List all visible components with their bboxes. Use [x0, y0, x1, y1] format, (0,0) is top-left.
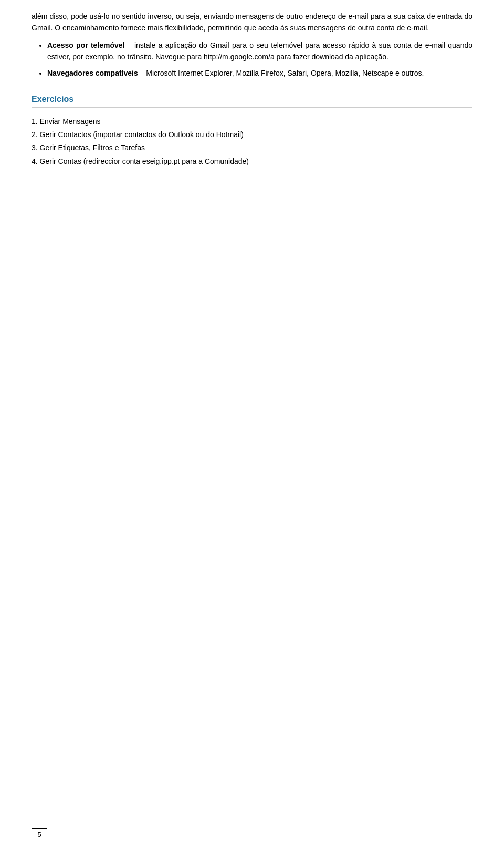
- exercise-item-2: 2. Gerir Contactos (importar contactos d…: [32, 128, 472, 141]
- bullet-dash-2: –: [138, 69, 144, 77]
- bullet-bold-1: Acesso por telemóvel: [47, 41, 125, 49]
- list-item-telemove: Acesso por telemóvel – instale a aplicaç…: [47, 39, 472, 63]
- bullet-dash-1: –: [125, 41, 132, 49]
- exercises-list: 1. Enviar Mensagens 2. Gerir Contactos (…: [32, 115, 472, 168]
- bullet-text-2: Microsoft Internet Explorer, Mozilla Fir…: [144, 69, 424, 77]
- intro-paragraph: além disso, pode usá-lo no sentido inver…: [32, 11, 472, 34]
- page-container: além disso, pode usá-lo no sentido inver…: [0, 0, 504, 849]
- exercise-item-3: 3. Gerir Etiquetas, Filtros e Tarefas: [32, 141, 472, 154]
- exercises-section: Exercícios 1. Enviar Mensagens 2. Gerir …: [32, 95, 472, 168]
- exercise-item-4: 4. Gerir Contas (redireccior conta eseig…: [32, 155, 472, 168]
- list-item-navegadores: Navegadores compatíveis – Microsoft Inte…: [47, 67, 472, 79]
- page-number: 5: [32, 828, 47, 838]
- bullet-list: Acesso por telemóvel – instale a aplicaç…: [32, 39, 472, 79]
- exercise-item-1: 1. Enviar Mensagens: [32, 115, 472, 128]
- bullet-bold-2: Navegadores compatíveis: [47, 69, 138, 77]
- exercises-title: Exercícios: [32, 95, 472, 108]
